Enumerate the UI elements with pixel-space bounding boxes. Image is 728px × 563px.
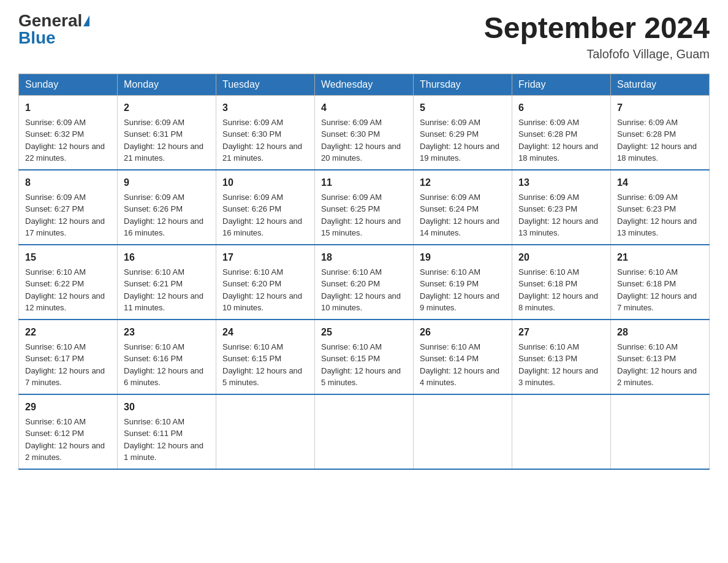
- day-info: Sunrise: 6:10 AMSunset: 6:16 PMDaylight:…: [124, 342, 203, 388]
- day-number: 18: [321, 250, 407, 265]
- calendar-cell: [512, 394, 611, 469]
- calendar-cell: 12Sunrise: 6:09 AMSunset: 6:24 PMDayligh…: [414, 170, 512, 245]
- col-header-friday: Friday: [512, 74, 611, 95]
- calendar-cell: 4Sunrise: 6:09 AMSunset: 6:30 PMDaylight…: [315, 95, 414, 170]
- calendar-cell: 21Sunrise: 6:10 AMSunset: 6:18 PMDayligh…: [611, 245, 710, 320]
- day-number: 4: [321, 101, 407, 115]
- day-number: 8: [25, 175, 111, 190]
- day-info: Sunrise: 6:09 AMSunset: 6:23 PMDaylight:…: [617, 193, 697, 238]
- day-number: 2: [124, 101, 210, 115]
- day-info: Sunrise: 6:10 AMSunset: 6:18 PMDaylight:…: [518, 267, 598, 313]
- day-info: Sunrise: 6:10 AMSunset: 6:15 PMDaylight:…: [222, 342, 302, 388]
- day-number: 3: [222, 101, 308, 115]
- calendar-cell: 27Sunrise: 6:10 AMSunset: 6:13 PMDayligh…: [512, 320, 611, 394]
- day-info: Sunrise: 6:09 AMSunset: 6:29 PMDaylight:…: [420, 118, 499, 163]
- calendar-cell: 17Sunrise: 6:10 AMSunset: 6:20 PMDayligh…: [216, 245, 315, 320]
- day-info: Sunrise: 6:09 AMSunset: 6:31 PMDaylight:…: [124, 118, 203, 163]
- logo-blue-text: Blue: [18, 29, 56, 47]
- col-header-saturday: Saturday: [611, 74, 710, 95]
- day-number: 30: [124, 400, 210, 415]
- day-number: 24: [222, 325, 308, 340]
- week-row-2: 8Sunrise: 6:09 AMSunset: 6:27 PMDaylight…: [19, 170, 710, 245]
- calendar-cell: 8Sunrise: 6:09 AMSunset: 6:27 PMDaylight…: [19, 170, 118, 245]
- calendar-cell: 5Sunrise: 6:09 AMSunset: 6:29 PMDaylight…: [414, 95, 512, 170]
- week-row-4: 22Sunrise: 6:10 AMSunset: 6:17 PMDayligh…: [19, 320, 710, 394]
- location-title: Talofofo Village, Guam: [484, 47, 710, 61]
- calendar-cell: 14Sunrise: 6:09 AMSunset: 6:23 PMDayligh…: [611, 170, 710, 245]
- day-number: 28: [617, 325, 703, 340]
- title-section: September 2024 Talofofo Village, Guam: [484, 12, 710, 61]
- calendar-cell: 30Sunrise: 6:10 AMSunset: 6:11 PMDayligh…: [118, 394, 216, 469]
- day-info: Sunrise: 6:10 AMSunset: 6:13 PMDaylight:…: [617, 342, 697, 388]
- col-header-sunday: Sunday: [19, 74, 118, 95]
- col-header-thursday: Thursday: [414, 74, 512, 95]
- day-info: Sunrise: 6:09 AMSunset: 6:28 PMDaylight:…: [518, 118, 598, 163]
- calendar-cell: 10Sunrise: 6:09 AMSunset: 6:26 PMDayligh…: [216, 170, 315, 245]
- day-info: Sunrise: 6:09 AMSunset: 6:27 PMDaylight:…: [25, 193, 105, 238]
- day-number: 21: [617, 250, 703, 265]
- day-number: 19: [420, 250, 506, 265]
- day-info: Sunrise: 6:09 AMSunset: 6:25 PMDaylight:…: [321, 193, 401, 238]
- day-info: Sunrise: 6:10 AMSunset: 6:21 PMDaylight:…: [124, 267, 203, 313]
- day-number: 22: [25, 325, 111, 340]
- day-info: Sunrise: 6:09 AMSunset: 6:30 PMDaylight:…: [222, 118, 302, 163]
- day-number: 12: [420, 175, 506, 190]
- day-number: 10: [222, 175, 308, 190]
- calendar-cell: 13Sunrise: 6:09 AMSunset: 6:23 PMDayligh…: [512, 170, 611, 245]
- col-header-wednesday: Wednesday: [315, 74, 414, 95]
- day-info: Sunrise: 6:10 AMSunset: 6:11 PMDaylight:…: [124, 417, 203, 462]
- day-number: 7: [617, 101, 703, 115]
- day-number: 14: [617, 175, 703, 190]
- calendar-cell: 16Sunrise: 6:10 AMSunset: 6:21 PMDayligh…: [118, 245, 216, 320]
- day-number: 9: [124, 175, 210, 190]
- day-info: Sunrise: 6:10 AMSunset: 6:17 PMDaylight:…: [25, 342, 105, 388]
- day-number: 13: [518, 175, 604, 190]
- day-number: 20: [518, 250, 604, 265]
- calendar-cell: 7Sunrise: 6:09 AMSunset: 6:28 PMDaylight…: [611, 95, 710, 170]
- week-row-5: 29Sunrise: 6:10 AMSunset: 6:12 PMDayligh…: [19, 394, 710, 469]
- day-info: Sunrise: 6:10 AMSunset: 6:12 PMDaylight:…: [25, 417, 105, 462]
- logo: General Blue: [18, 12, 89, 47]
- day-number: 25: [321, 325, 407, 340]
- day-number: 29: [25, 400, 111, 415]
- day-number: 27: [518, 325, 604, 340]
- day-number: 23: [124, 325, 210, 340]
- day-info: Sunrise: 6:09 AMSunset: 6:30 PMDaylight:…: [321, 118, 401, 163]
- calendar-cell: 18Sunrise: 6:10 AMSunset: 6:20 PMDayligh…: [315, 245, 414, 320]
- calendar-cell: 9Sunrise: 6:09 AMSunset: 6:26 PMDaylight…: [118, 170, 216, 245]
- page-header: General Blue September 2024 Talofofo Vil…: [18, 12, 710, 61]
- calendar-cell: [414, 394, 512, 469]
- day-number: 16: [124, 250, 210, 265]
- logo-general-text: General: [18, 12, 82, 29]
- calendar-cell: 24Sunrise: 6:10 AMSunset: 6:15 PMDayligh…: [216, 320, 315, 394]
- calendar-table: SundayMondayTuesdayWednesdayThursdayFrid…: [18, 74, 710, 470]
- calendar-cell: 19Sunrise: 6:10 AMSunset: 6:19 PMDayligh…: [414, 245, 512, 320]
- calendar-cell: 2Sunrise: 6:09 AMSunset: 6:31 PMDaylight…: [118, 95, 216, 170]
- header-row: SundayMondayTuesdayWednesdayThursdayFrid…: [19, 74, 710, 95]
- calendar-cell: 20Sunrise: 6:10 AMSunset: 6:18 PMDayligh…: [512, 245, 611, 320]
- day-number: 11: [321, 175, 407, 190]
- calendar-cell: 26Sunrise: 6:10 AMSunset: 6:14 PMDayligh…: [414, 320, 512, 394]
- week-row-1: 1Sunrise: 6:09 AMSunset: 6:32 PMDaylight…: [19, 95, 710, 170]
- calendar-cell: 1Sunrise: 6:09 AMSunset: 6:32 PMDaylight…: [19, 95, 118, 170]
- calendar-cell: [611, 394, 710, 469]
- day-info: Sunrise: 6:10 AMSunset: 6:22 PMDaylight:…: [25, 267, 105, 313]
- day-info: Sunrise: 6:09 AMSunset: 6:24 PMDaylight:…: [420, 193, 499, 238]
- calendar-cell: 29Sunrise: 6:10 AMSunset: 6:12 PMDayligh…: [19, 394, 118, 469]
- calendar-cell: 23Sunrise: 6:10 AMSunset: 6:16 PMDayligh…: [118, 320, 216, 394]
- day-info: Sunrise: 6:10 AMSunset: 6:13 PMDaylight:…: [518, 342, 598, 388]
- month-title: September 2024: [484, 12, 710, 45]
- day-info: Sunrise: 6:10 AMSunset: 6:19 PMDaylight:…: [420, 267, 499, 313]
- day-number: 5: [420, 101, 506, 115]
- day-info: Sunrise: 6:10 AMSunset: 6:20 PMDaylight:…: [222, 267, 302, 313]
- col-header-monday: Monday: [118, 74, 216, 95]
- day-number: 1: [25, 101, 111, 115]
- day-info: Sunrise: 6:10 AMSunset: 6:15 PMDaylight:…: [321, 342, 401, 388]
- day-info: Sunrise: 6:09 AMSunset: 6:26 PMDaylight:…: [222, 193, 302, 238]
- day-info: Sunrise: 6:10 AMSunset: 6:14 PMDaylight:…: [420, 342, 499, 388]
- day-info: Sunrise: 6:09 AMSunset: 6:23 PMDaylight:…: [518, 193, 598, 238]
- day-number: 6: [518, 101, 604, 115]
- day-info: Sunrise: 6:10 AMSunset: 6:20 PMDaylight:…: [321, 267, 401, 313]
- calendar-cell: 11Sunrise: 6:09 AMSunset: 6:25 PMDayligh…: [315, 170, 414, 245]
- day-number: 15: [25, 250, 111, 265]
